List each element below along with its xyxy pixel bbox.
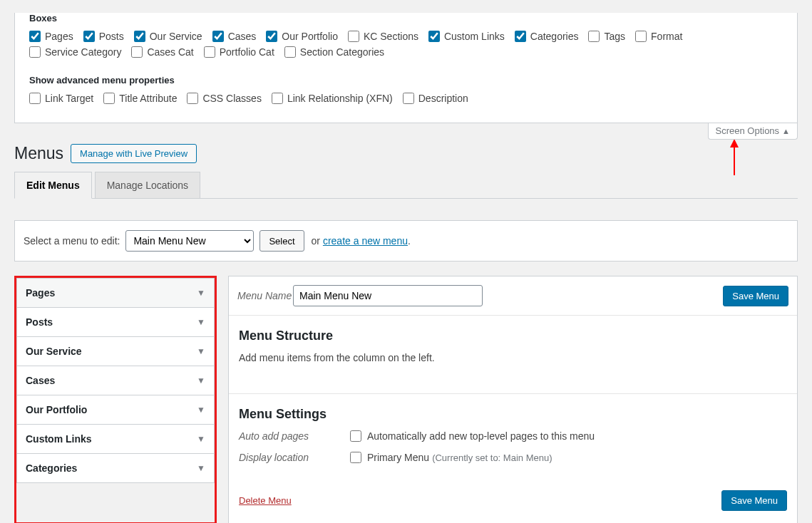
box-option-checkbox[interactable]: [29, 46, 41, 58]
accordion-header[interactable]: Our Portfolio▼: [17, 395, 214, 424]
advanced-heading: Show advanced menu properties: [29, 75, 783, 86]
box-option-checkbox[interactable]: [212, 31, 224, 42]
menu-settings-heading: Menu Settings: [239, 407, 787, 422]
menu-select-bar: Select a menu to edit: Main Menu New Sel…: [14, 220, 798, 262]
box-option-item: Pages: [29, 31, 73, 42]
box-option-checkbox[interactable]: [131, 46, 143, 58]
box-option-checkbox[interactable]: [515, 31, 526, 42]
box-option-item: Section Categories: [284, 46, 384, 58]
advanced-option-label: Description: [418, 93, 468, 104]
menu-structure-hint: Add menu items from the column on the le…: [239, 352, 787, 363]
accordion-header[interactable]: Pages▼: [17, 279, 214, 307]
select-menu-label: Select a menu to edit:: [24, 235, 120, 247]
accordion-header[interactable]: Cases▼: [17, 366, 214, 395]
box-option-checkbox[interactable]: [134, 31, 145, 42]
box-option-label: Our Service: [150, 31, 202, 42]
box-option-label: Categories: [530, 31, 579, 42]
box-option-label: Format: [651, 31, 682, 42]
box-option-item: Cases Cat: [131, 46, 193, 58]
box-option-label: Our Portfolio: [282, 31, 338, 42]
screen-options-tab[interactable]: Screen Options ▲: [708, 123, 798, 140]
box-option-item: Posts: [83, 31, 124, 42]
chevron-down-icon: ▼: [197, 288, 205, 298]
accordion-label: Our Service: [26, 346, 82, 357]
advanced-option-item: CSS Classes: [187, 93, 261, 104]
advanced-option-item: Link Relationship (XFN): [272, 93, 393, 104]
box-option-label: Section Categories: [300, 46, 384, 58]
box-option-checkbox[interactable]: [635, 31, 647, 42]
advanced-option-label: Link Target: [45, 93, 93, 104]
box-option-checkbox[interactable]: [348, 31, 359, 42]
accordion-header[interactable]: Posts▼: [17, 308, 214, 336]
box-option-label: Portfolio Cat: [220, 46, 274, 58]
box-option-item: Tags: [588, 31, 625, 42]
advanced-option-label: CSS Classes: [202, 93, 261, 104]
menu-structure-heading: Menu Structure: [239, 328, 787, 343]
advanced-option-checkbox[interactable]: [403, 93, 414, 104]
advanced-option-item: Description: [403, 93, 468, 104]
box-option-label: Custom Links: [444, 31, 505, 42]
create-new-menu-link[interactable]: create a new menu: [323, 235, 408, 247]
advanced-option-item: Link Target: [29, 93, 93, 104]
save-menu-button-top[interactable]: Save Menu: [723, 286, 788, 306]
menu-name-label: Menu Name: [237, 290, 293, 301]
screen-options-panel: Boxes PagesPostsOur ServiceCasesOur Port…: [14, 13, 798, 123]
page-title: Menus: [14, 144, 63, 163]
box-option-checkbox[interactable]: [284, 46, 296, 58]
advanced-option-checkbox[interactable]: [272, 93, 283, 104]
auto-add-pages-option: Automatically add new top-level pages to…: [367, 430, 595, 442]
advanced-option-checkbox[interactable]: [103, 93, 115, 104]
live-preview-button[interactable]: Manage with Live Preview: [71, 144, 197, 163]
triangle-up-icon: ▲: [782, 127, 790, 135]
display-location-checkbox[interactable]: [350, 452, 361, 463]
accordion-label: Cases: [26, 375, 55, 386]
accordion-header[interactable]: Categories▼: [17, 454, 214, 482]
box-option-checkbox[interactable]: [428, 31, 440, 42]
screen-options-tab-label: Screen Options: [716, 125, 780, 136]
menu-item-sources-panel: Pages▼Posts▼Our Service▼Cases▼Our Portfo…: [14, 276, 217, 523]
chevron-down-icon: ▼: [197, 346, 205, 356]
box-option-item: KC Sections: [348, 31, 418, 42]
box-option-checkbox[interactable]: [204, 46, 215, 58]
display-location-note: (Currently set to: Main Menu): [432, 452, 552, 463]
box-option-label: KC Sections: [364, 31, 418, 42]
box-option-item: Categories: [515, 31, 579, 42]
advanced-option-checkbox[interactable]: [29, 93, 41, 104]
box-option-item: Our Service: [134, 31, 202, 42]
box-option-checkbox[interactable]: [83, 31, 95, 42]
save-menu-button-bottom[interactable]: Save Menu: [721, 490, 787, 511]
accordion-header[interactable]: Custom Links▼: [17, 425, 214, 453]
box-option-label: Cases: [228, 31, 257, 42]
accordion-label: Custom Links: [26, 433, 92, 445]
chevron-down-icon: ▼: [197, 463, 205, 473]
accordion-header[interactable]: Our Service▼: [17, 337, 214, 366]
accordion-label: Posts: [26, 316, 53, 328]
advanced-option-item: Title Attribute: [103, 93, 177, 104]
box-option-checkbox[interactable]: [266, 31, 277, 42]
menu-name-input[interactable]: [293, 285, 483, 306]
advanced-option-checkbox[interactable]: [187, 93, 198, 104]
box-option-label: Posts: [99, 31, 124, 42]
chevron-down-icon: ▼: [197, 434, 205, 444]
tab-edit-menus[interactable]: Edit Menus: [14, 172, 92, 199]
box-option-checkbox[interactable]: [29, 31, 41, 42]
auto-add-pages-label: Auto add pages: [239, 430, 350, 442]
box-option-label: Cases Cat: [147, 46, 193, 58]
box-option-item: Cases: [212, 31, 257, 42]
auto-add-pages-checkbox[interactable]: [350, 430, 361, 442]
box-option-checkbox[interactable]: [588, 31, 600, 42]
advanced-option-label: Link Relationship (XFN): [287, 93, 393, 104]
box-option-item: Custom Links: [428, 31, 505, 42]
select-button[interactable]: Select: [259, 230, 304, 252]
menu-select[interactable]: Main Menu New: [125, 230, 254, 252]
or-text: or: [312, 235, 320, 247]
chevron-down-icon: ▼: [197, 376, 205, 385]
box-option-label: Pages: [45, 31, 73, 42]
menu-editor-panel: Menu Name Save Menu Menu Structure Add m…: [228, 276, 798, 523]
advanced-option-label: Title Attribute: [119, 93, 177, 104]
box-option-label: Service Category: [45, 46, 121, 58]
box-option-item: Format: [635, 31, 682, 42]
delete-menu-link[interactable]: Delete Menu: [239, 495, 292, 506]
tab-manage-locations[interactable]: Manage Locations: [95, 172, 200, 199]
display-location-label: Display location: [239, 452, 350, 463]
